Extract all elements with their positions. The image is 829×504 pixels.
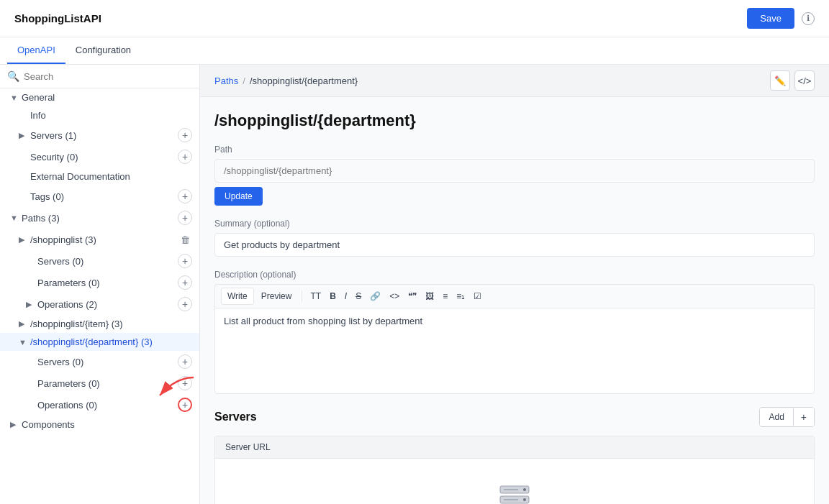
code-icon-button[interactable]: </> <box>794 70 815 91</box>
sidebar-item-general[interactable]: ▼ General <box>0 88 199 106</box>
sidebar-label-dept-ops: Operations (0) <box>37 400 178 411</box>
sidebar-item-dept-params[interactable]: Parameters (0) + <box>0 372 199 394</box>
search-icon: 🔍 <box>7 70 19 82</box>
path-field-group: Path Update <box>214 145 815 206</box>
servers-header: Servers Add + <box>214 407 815 427</box>
add-server-label: Add <box>760 408 793 426</box>
toolbar-code-button[interactable]: <> <box>386 290 403 303</box>
chevron-servers: ▶ <box>19 131 27 140</box>
breadcrumb-current: /shoppinglist/{department} <box>250 75 358 86</box>
editor-tab-write[interactable]: Write <box>221 288 254 305</box>
add-security-button[interactable]: + <box>178 150 192 164</box>
servers-section: Servers Add + Server URL <box>214 407 815 504</box>
sidebar-label-external-doc: External Documentation <box>30 171 192 182</box>
sidebar-label-general: General <box>22 92 192 103</box>
sidebar-item-security[interactable]: Security (0) + <box>0 146 199 168</box>
sidebar-item-paths[interactable]: ▼ Paths (3) + <box>0 207 199 229</box>
sidebar-item-servers[interactable]: ▶ Servers (1) + <box>0 124 199 146</box>
sidebar-item-dept-servers[interactable]: Servers (0) + <box>0 351 199 372</box>
summary-field-group: Summary (optional) <box>214 219 815 257</box>
content-header-icons: ✏️ </> <box>770 70 815 91</box>
breadcrumb-separator: / <box>243 75 245 86</box>
toolbar-italic-button[interactable]: I <box>341 290 350 303</box>
search-input[interactable] <box>24 71 192 82</box>
sidebar-item-shoppinglist[interactable]: ▶ /shoppinglist (3) 🗑 <box>0 229 199 250</box>
sidebar-label-paths: Paths (3) <box>22 213 178 224</box>
save-button[interactable]: Save <box>747 8 794 29</box>
content-body: /shoppinglist/{department} Path Update S… <box>200 97 829 504</box>
toolbar-task-list-button[interactable]: ☑ <box>470 290 485 303</box>
add-servers-button[interactable]: + <box>178 128 192 142</box>
add-path-button[interactable]: + <box>178 211 192 225</box>
toolbar-ordered-list-button[interactable]: ≡₁ <box>453 290 468 303</box>
main-layout: 🔍 ▼ General Info ▶ Servers (1) + Securit… <box>0 65 829 504</box>
search-bar: 🔍 <box>0 65 199 88</box>
add-sl-params-button[interactable]: + <box>178 275 192 290</box>
toolbar-bold-button[interactable]: B <box>326 290 340 303</box>
toolbar-strikethrough-button[interactable]: S <box>352 290 365 303</box>
sidebar-item-shoppinglist-servers[interactable]: Servers (0) + <box>0 250 199 272</box>
update-path-button[interactable]: Update <box>214 187 263 206</box>
chevron-paths: ▼ <box>10 214 19 222</box>
app-header: ShoppingListAPI Save ℹ <box>0 0 829 37</box>
sidebar-label-components: Components <box>22 419 192 430</box>
sidebar-item-shoppinglist-params[interactable]: Parameters (0) + <box>0 272 199 293</box>
info-icon[interactable]: ℹ <box>802 12 815 25</box>
toolbar-unordered-list-button[interactable]: ≡ <box>439 290 451 303</box>
content-breadcrumb-bar: Paths / /shoppinglist/{department} ✏️ </… <box>200 65 829 97</box>
app-title: ShoppingListAPI <box>14 12 101 24</box>
trash-shoppinglist-button[interactable]: 🗑 <box>178 232 192 247</box>
chevron-sl-item: ▶ <box>19 319 27 329</box>
sidebar-item-shoppinglist-dept[interactable]: ▼ /shoppinglist/{department} (3) <box>0 333 199 351</box>
sidebar-label-sl-servers: Servers (0) <box>37 256 178 267</box>
add-server-plus-button[interactable]: + <box>794 408 814 426</box>
breadcrumb: Paths / /shoppinglist/{department} <box>214 75 358 86</box>
summary-input[interactable] <box>214 233 815 257</box>
tab-configuration[interactable]: Configuration <box>65 37 141 64</box>
toolbar-link-button[interactable]: 🔗 <box>366 290 384 303</box>
sidebar-label-sl-params: Parameters (0) <box>37 278 178 288</box>
sidebar-item-components[interactable]: ▶ Components <box>0 416 199 434</box>
path-field-label: Path <box>214 145 815 155</box>
add-dept-servers-button[interactable]: + <box>178 354 192 369</box>
add-dept-params-button[interactable]: + <box>178 376 192 390</box>
sidebar-item-dept-ops[interactable]: Operations (0) + <box>0 394 199 416</box>
breadcrumb-paths[interactable]: Paths <box>214 75 238 86</box>
sidebar-item-shoppinglist-ops[interactable]: ▶ Operations (2) + <box>0 293 199 315</box>
description-editor[interactable]: List all product from shopping list by d… <box>214 308 815 394</box>
add-sl-ops-button[interactable]: + <box>178 297 192 311</box>
sidebar-label-sl-item: /shoppinglist/{item} (3) <box>30 319 192 329</box>
server-empty-state <box>215 459 814 504</box>
toolbar-tt-button[interactable]: TT <box>307 290 325 303</box>
path-input[interactable] <box>214 159 815 183</box>
sidebar-item-tags[interactable]: Tags (0) + <box>0 185 199 207</box>
toolbar-image-button[interactable]: 🖼 <box>422 290 438 303</box>
sidebar-label-dept-params: Parameters (0) <box>37 378 178 389</box>
tabs-row: OpenAPI Configuration <box>0 37 829 65</box>
editor-tab-preview[interactable]: Preview <box>255 288 298 304</box>
chevron-sl-dept: ▼ <box>19 338 27 347</box>
toolbar-quote-button[interactable]: ❝❞ <box>404 290 420 303</box>
svg-point-4 <box>523 488 526 491</box>
sidebar-label-dept-servers: Servers (0) <box>37 357 178 367</box>
sidebar-label-sl-dept: /shoppinglist/{department} (3) <box>30 336 192 347</box>
add-sl-servers-button[interactable]: + <box>178 254 192 268</box>
server-empty-icon <box>493 480 536 504</box>
chevron-general: ▼ <box>10 93 19 102</box>
description-section: Description (optional) Write Preview TT … <box>214 270 815 394</box>
sidebar-item-info[interactable]: Info <box>0 106 199 124</box>
add-dept-ops-button[interactable]: + <box>178 398 192 412</box>
summary-field-label: Summary (optional) <box>214 219 815 229</box>
sidebar-item-shoppinglist-item[interactable]: ▶ /shoppinglist/{item} (3) <box>0 315 199 333</box>
header-actions: Save ℹ <box>747 8 815 29</box>
editor-toolbar: Write Preview TT B I S 🔗 <> ❝❞ 🖼 ≡ ≡₁ ☑ <box>214 284 815 308</box>
sidebar-item-external-doc[interactable]: External Documentation <box>0 168 199 185</box>
edit-icon-button[interactable]: ✏️ <box>770 70 790 91</box>
tab-openapi[interactable]: OpenAPI <box>7 37 65 64</box>
server-table: Server URL <box>214 436 815 504</box>
server-table-header: Server URL <box>215 436 814 459</box>
servers-title: Servers <box>214 411 257 423</box>
add-tags-button[interactable]: + <box>178 189 192 203</box>
chevron-sl-ops: ▶ <box>26 300 35 309</box>
svg-point-5 <box>523 498 526 501</box>
